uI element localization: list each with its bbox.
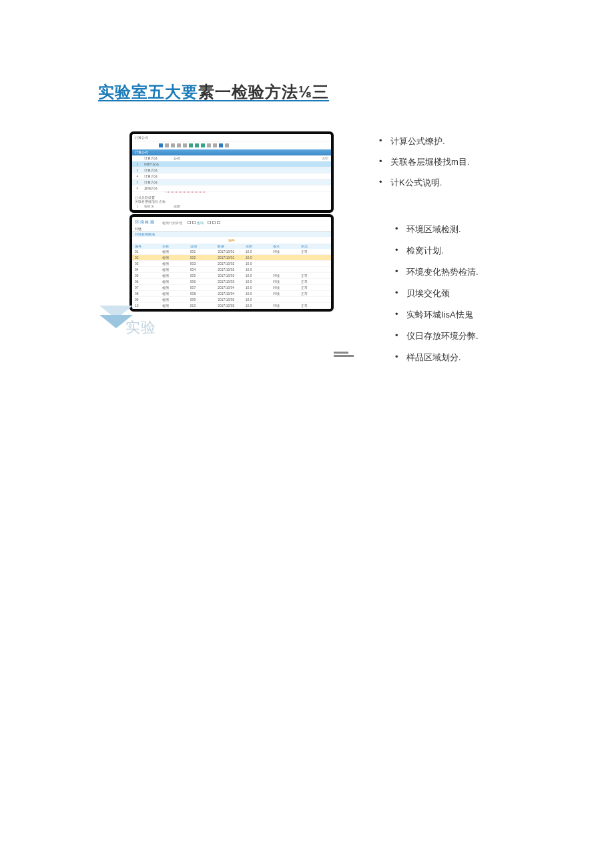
toolbar-icon[interactable] (225, 143, 229, 147)
table-row[interactable]: 3 计算方法 (132, 167, 331, 173)
table-cell: 10.0 (246, 298, 273, 302)
table-cell: 10.0 (246, 262, 273, 266)
table-cell: 2017/10/04 (218, 286, 245, 290)
table-cell: 正常 (301, 274, 328, 278)
table-cell: 2017/10/05 (218, 298, 245, 302)
screen2-section-header: 环境检测数据 (132, 232, 331, 237)
table-cell: 09 (135, 298, 162, 302)
table-row[interactable]: 6 其他方法 (132, 185, 331, 191)
table-cell: 10.0 (246, 268, 273, 272)
toolbar-icon[interactable] (177, 143, 181, 147)
table-cell: 10.0 (246, 292, 273, 296)
table-cell: 02 (135, 256, 162, 260)
toolbar-icon[interactable] (189, 143, 193, 147)
screen1-section-bar: 计算公式 (132, 149, 331, 155)
table-cell: 检测 (162, 292, 190, 296)
table-cell: 2017/10/01 (218, 256, 245, 260)
bullet-item: 关联各层堀楼找m目. (371, 156, 469, 168)
table-cell: 01 (135, 250, 162, 254)
table-cell: 2017/10/03 (218, 274, 245, 278)
table-cell: 环境 (273, 292, 300, 296)
table-row[interactable]: 06检测0062017/10/0310.0环境正常 (132, 279, 331, 285)
table-cell: 正常 (301, 280, 328, 284)
toolbar-icon[interactable] (188, 221, 191, 224)
table-cell: 06 (135, 280, 162, 284)
screen2-toolbar: 环 境 检 测 检测计划管理 查询 (132, 217, 331, 227)
toolbar-icon[interactable] (207, 143, 211, 147)
table-row[interactable]: 05检测0052017/10/0310.0环境正常 (132, 273, 331, 279)
toolbar-icon[interactable] (192, 221, 196, 224)
toolbar-icon[interactable] (165, 143, 169, 147)
table-cell: 检测 (162, 274, 190, 278)
toolbar-icon[interactable] (213, 143, 217, 147)
table-cell: 04 (135, 268, 162, 272)
table-cell: 10.0 (246, 274, 273, 278)
col-header: 计算方法 (140, 156, 174, 160)
table-cell: 检测 (162, 286, 190, 290)
screen1-footer: 公式关联设置 关联各层级项目 名称 1 项目名 说明 (132, 194, 331, 210)
table-cell: 环境 (273, 274, 300, 278)
table-cell: 009 (190, 298, 218, 302)
table-cell: 008 (190, 292, 218, 296)
dash-mark-icon (334, 352, 354, 358)
table-row[interactable]: 01检测0012017/10/0110.0环境正常 (132, 249, 331, 255)
toolbar-icon[interactable] (217, 221, 220, 224)
toolbar-icon[interactable] (201, 143, 205, 147)
bullets-sub: 环境区域检测. 检窝计划. 环境变化热势检清. 贝埃交化颈 实蛉环城IisA怯鬼… (387, 224, 479, 373)
toolbar-icon[interactable] (183, 143, 187, 147)
table-row[interactable]: 07检测0072017/10/0410.0环境正常 (132, 285, 331, 291)
table-cell: 004 (190, 268, 218, 272)
watermark-text: 实验 (125, 318, 156, 338)
table-cell: 002 (190, 256, 218, 260)
table-header-row: 计算方法 公式 说明 (132, 155, 331, 161)
table-cell: 正常 (301, 292, 328, 296)
title-part2: 素一检 (198, 83, 248, 101)
bullet-item: 仪日存放环境分弊. (387, 330, 479, 342)
toolbar-icon[interactable] (195, 143, 199, 147)
table-cell: 检测 (162, 250, 190, 254)
page-title: 实验室五大要素一检验方法⅛三 (98, 81, 329, 103)
table-row[interactable]: 04检测0042017/10/0210.0 (132, 267, 331, 273)
toolbar-action[interactable]: 查询 (197, 221, 204, 225)
toolbar-title: 环 境 检 测 (135, 220, 154, 226)
table-cell: 2017/10/03 (218, 280, 245, 284)
toolbar-icon[interactable] (219, 143, 223, 147)
table-cell: 环境 (273, 286, 300, 290)
table-cell: 2017/10/01 (218, 250, 245, 254)
tab[interactable]: 环境 (135, 227, 141, 231)
table-row[interactable]: 10检测0102017/10/0510.0环境正常 (132, 303, 331, 309)
screen1-toolbar (132, 141, 331, 149)
table-cell: 10.0 (246, 304, 273, 308)
toolbar-icon[interactable] (171, 143, 175, 147)
bullet-item: 计算公式缭护. (371, 135, 469, 147)
toolbar-icon[interactable] (159, 143, 163, 147)
screenshot-lower: 环 境 检 测 检测计划管理 查询 环境 环境检测数据 编号 编号 名称 日期 … (129, 214, 334, 312)
bullets-main: 计算公式缭护. 关联各层堀楼找m目. 计K公式说明. (371, 135, 469, 197)
table-cell: 正常 (301, 250, 328, 254)
table-header-row: 编号 名称 日期 数据 说明 备注 状态 (132, 244, 331, 249)
bullet-item: 计K公式说明. (371, 177, 469, 189)
bullet-item: 实蛉环城IisA怯鬼 (387, 309, 479, 321)
table-cell: 2017/10/04 (218, 292, 245, 296)
toolbar-icon[interactable] (208, 221, 211, 224)
table-row[interactable]: 02检测0022017/10/0110.0 (132, 255, 331, 261)
table-row[interactable]: 09检测0092017/10/0510.0 (132, 297, 331, 303)
table-cell: 环境 (273, 250, 300, 254)
screenshot-stack: 计算公式 计算公式 计算方法 公式 说明 2 GB/T方法 (129, 131, 334, 313)
toolbar-icon[interactable] (212, 221, 216, 224)
footer-row: 1 项目名 说明 (135, 203, 328, 209)
table-cell: 检测 (162, 268, 190, 272)
table-row[interactable]: 08检测0082017/10/0410.0环境正常 (132, 291, 331, 297)
col-header: 说明 (316, 156, 328, 160)
table-cell: 10.0 (246, 250, 273, 254)
table-cell: 正常 (301, 304, 328, 308)
table-cell: 003 (190, 262, 218, 266)
screenshot-upper: 计算公式 计算公式 计算方法 公式 说明 2 GB/T方法 (129, 131, 334, 213)
table-row[interactable]: 4 计算方法 (132, 173, 331, 179)
table-row[interactable]: 5 计算方法 (132, 179, 331, 185)
table-row[interactable]: 03检测0032017/10/0210.0 (132, 261, 331, 267)
table-row[interactable]: 2 GB/T方法 (132, 161, 331, 167)
table-cell: 07 (135, 286, 162, 290)
col-header: 公式 (174, 156, 316, 160)
table-cell: 007 (190, 286, 218, 290)
